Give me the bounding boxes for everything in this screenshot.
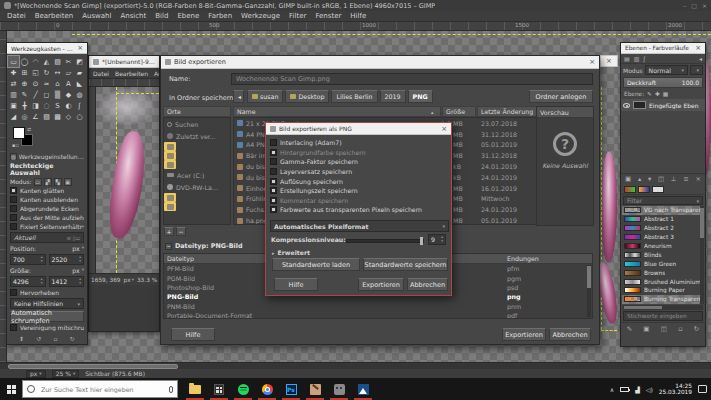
tool-button[interactable]: ◌ — [41, 100, 52, 111]
taskbar-search[interactable] — [22, 380, 178, 398]
channels-tab-icon[interactable]: ▥ — [634, 55, 640, 62]
start-button[interactable] — [0, 378, 22, 400]
tool-button[interactable]: ▣ — [8, 100, 19, 111]
place-item[interactable]: Zuletzt ver... — [164, 130, 230, 142]
calculator-button[interactable] — [207, 378, 231, 400]
export-button[interactable]: Exportieren — [358, 278, 404, 291]
tab-menu-icon[interactable]: ◂ — [699, 55, 702, 62]
layer-row[interactable]: Eingefügte Eben — [621, 99, 705, 111]
size-height-spinner[interactable]: 1412▴▾ — [49, 276, 85, 287]
tool-button[interactable]: ◇ — [63, 111, 74, 122]
notification-center-icon[interactable] — [698, 385, 707, 393]
tool-button[interactable]: ◣ — [74, 78, 85, 89]
tool-button[interactable]: ◢ — [8, 111, 19, 122]
patterns-tab-icon[interactable] — [652, 186, 664, 193]
breadcrumb-item[interactable]: PNG — [408, 90, 433, 103]
image-window-titlebar[interactable]: *[Unbenannt]-9.0 (RGB-F — [89, 56, 159, 68]
add-place-button[interactable]: + — [164, 227, 174, 236]
place-item[interactable]: Desktop — [164, 160, 176, 169]
microphone-icon[interactable] — [169, 386, 173, 393]
refresh-gradients-icon[interactable]: ↻ — [694, 325, 699, 333]
filetype-scrollbar[interactable] — [587, 265, 591, 317]
fixed-aspect-row[interactable]: Fixiert: Seitenverhältnis ▾ — [7, 222, 87, 231]
merge-layer-icon[interactable]: ≡ — [683, 175, 688, 183]
size-column-header[interactable]: Größe — [442, 106, 476, 117]
tool-button[interactable]: ▩ — [52, 111, 63, 122]
filetype-expander[interactable]: − Dateityp: PNG-Bild — [165, 242, 243, 250]
image-canvas[interactable] — [96, 87, 159, 273]
lock-position-icon[interactable]: ✚ — [655, 91, 660, 97]
image-vertical-ruler[interactable] — [89, 87, 96, 273]
save-defaults-button[interactable]: Standardwerte speichern — [363, 258, 448, 271]
png-option-checkbox[interactable]: Farbwerte aus transparenten Pixeln speic… — [270, 205, 447, 215]
breadcrumb-back-button[interactable]: ◂ — [233, 90, 244, 103]
mode-space-dropdown[interactable]: ▾ — [690, 65, 703, 75]
auto-shrink-button[interactable]: Automatisch schrumpfen — [10, 311, 84, 322]
tool-option-checkbox[interactable]: Aus der Mitte aufziehen — [7, 213, 87, 222]
close-icon[interactable]: × — [606, 57, 612, 65]
unit-dropdown[interactable]: px▾ — [124, 277, 134, 283]
tool-button[interactable]: ▰ — [74, 67, 85, 78]
foreground-color-swatch[interactable] — [13, 127, 25, 139]
zoom-dropdown[interactable]: 25 %▾ — [52, 370, 80, 378]
tool-button[interactable]: A — [63, 78, 74, 89]
new-layer-icon[interactable]: ▣ — [625, 175, 631, 183]
gradient-item[interactable]: Browns — [622, 268, 704, 277]
tool-button[interactable]: ▒ — [52, 89, 63, 100]
menu-item[interactable]: Filter — [289, 12, 306, 20]
menu-item[interactable]: Ansicht — [120, 12, 146, 20]
spotify-button[interactable] — [231, 378, 255, 400]
tool-option-checkbox[interactable]: Kanten ausblenden — [7, 195, 87, 204]
delete-layer-icon[interactable]: × — [695, 175, 700, 183]
shrink-merged-checkbox[interactable]: Vereinigung mitschrumpfen — [7, 323, 87, 332]
name-column-header[interactable]: Name — [233, 106, 441, 117]
png-option-checkbox[interactable]: Hintergrundfarbe speichern — [270, 148, 447, 158]
create-folder-button[interactable]: Ordner anlegen — [529, 90, 593, 103]
raise-layer-icon[interactable]: ▴ — [638, 175, 641, 183]
gradient-item[interactable]: Abstract 3 — [622, 233, 704, 242]
tool-button[interactable]: ⊞ — [19, 67, 30, 78]
tool-button[interactable]: S — [52, 100, 63, 111]
gradient-item[interactable]: Blinds — [622, 250, 704, 259]
fixed-value[interactable]: Seitenverhältnis — [40, 223, 82, 230]
gradients-tab-icon[interactable] — [624, 186, 636, 193]
horizontal-ruler[interactable]: 0500100015002000 — [0, 22, 711, 31]
png-dialog-titlebar[interactable]: Bild exportieren als PNG × — [266, 123, 451, 135]
place-item[interactable]: DVD-RW-La... — [164, 181, 230, 193]
tool-option-checkbox[interactable]: Abgerundete Ecken — [7, 204, 87, 213]
help-button[interactable]: Hilfe — [274, 278, 318, 291]
extension-column-header[interactable]: Endungen — [507, 255, 539, 262]
menu-item[interactable]: Auswahl — [154, 70, 159, 77]
new-gradient-icon[interactable]: ▣ — [643, 325, 649, 333]
palettes-tab-icon[interactable] — [638, 186, 650, 193]
tool-button[interactable]: ▱ — [63, 67, 74, 78]
menu-item[interactable]: Datei — [7, 12, 26, 20]
duplicate-gradient-icon[interactable]: ◫ — [661, 325, 667, 333]
cancel-button[interactable]: Abbrechen — [549, 328, 591, 341]
tool-button[interactable]: ▥ — [8, 89, 19, 100]
tool-option-checkbox[interactable]: Kanten glätten — [7, 186, 87, 195]
size-width-spinner[interactable]: 4296▴▾ — [10, 276, 46, 287]
toolbox-titlebar[interactable]: Werkzeugkasten - Werkzeu.. × — [7, 43, 87, 54]
pixelformat-dropdown[interactable]: Automatisches Pixelformat ▾ — [270, 220, 449, 232]
tool-button[interactable]: ⊙ — [30, 78, 41, 89]
breadcrumb-item[interactable]: susan — [247, 90, 283, 103]
delete-gradient-icon[interactable]: ▫ — [678, 325, 682, 333]
tool-button[interactable]: ▨ — [52, 56, 63, 67]
load-defaults-button[interactable]: Standardwerte laden — [272, 258, 360, 271]
menu-item[interactable]: Werkzeuge — [241, 12, 280, 20]
png-option-checkbox[interactable]: Interlacing (Adam7) — [270, 138, 447, 148]
restore-preset-icon[interactable]: ↺ — [36, 335, 41, 342]
png-option-checkbox[interactable]: Gamma-Faktor speichern — [270, 157, 447, 167]
filetype-row[interactable]: Portable-Document-Format pdf — [164, 311, 592, 319]
image-window-close-area[interactable]: × — [600, 55, 618, 67]
remove-place-button[interactable]: − — [176, 227, 186, 236]
tool-button[interactable]: ◩ — [74, 56, 85, 67]
place-item[interactable]: System32 — [164, 142, 176, 151]
anchor-layer-icon[interactable]: ⊥ — [671, 175, 677, 183]
png-option-checkbox[interactable]: Auflösung speichern — [270, 176, 447, 186]
filetype-row[interactable]: PNM-Bild pnm — [164, 302, 592, 311]
layers-tab-icon[interactable]: ▤ — [624, 55, 630, 62]
tool-options-tab[interactable]: ▧ Werkzeugeinstellungen — [7, 152, 87, 161]
gradient-item[interactable]: Blue Green — [622, 259, 704, 268]
